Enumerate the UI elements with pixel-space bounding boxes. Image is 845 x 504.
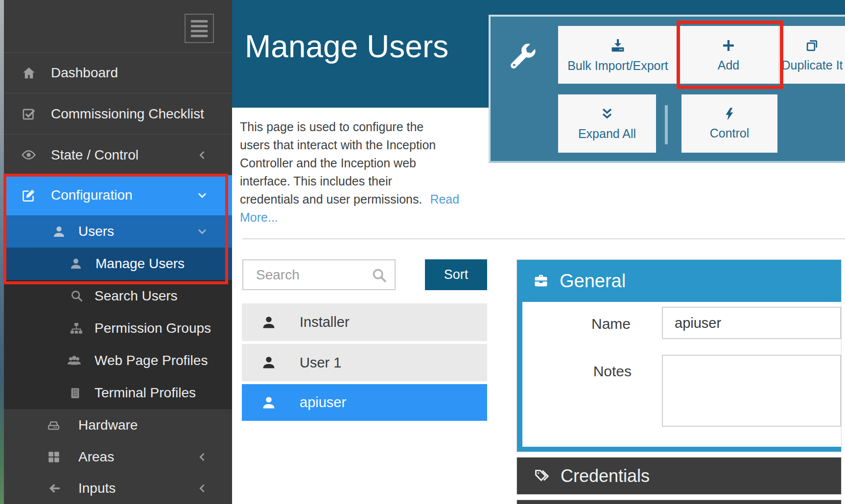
add-button[interactable]: Add <box>678 26 778 84</box>
user-list-item-apiuser[interactable]: apiuser <box>242 384 487 421</box>
sidebar-item-label: Configuration <box>51 187 133 203</box>
sidebar-item-inputs[interactable]: Inputs <box>4 473 232 504</box>
edit-icon <box>21 188 36 203</box>
sidebar-item-search-users[interactable]: Search Users <box>4 280 232 312</box>
eye-icon <box>21 147 36 162</box>
chevron-down-icon <box>196 189 209 202</box>
user-name: Installer <box>300 314 350 330</box>
plus-icon <box>721 38 736 53</box>
sidebar-item-label: Inputs <box>78 481 116 496</box>
chevron-down-icon <box>196 225 209 238</box>
user-list-item-user-1[interactable]: User 1 <box>242 344 487 381</box>
user-icon <box>261 355 277 370</box>
sidebar-item-label: Terminal Profiles <box>94 385 196 401</box>
search-icon <box>70 289 84 303</box>
user-list-item-installer[interactable]: Installer <box>242 303 487 341</box>
chevron-left-icon <box>196 149 209 161</box>
check-square-icon <box>22 107 36 121</box>
panel-title: Credentials <box>561 466 650 486</box>
description-line: This page is used to configure the <box>240 118 494 136</box>
user-name: User 1 <box>300 355 341 371</box>
content-divider <box>242 238 845 239</box>
sidebar-item-state-control[interactable]: State / Control <box>4 135 232 175</box>
sidebar-item-dashboard[interactable]: Dashboard <box>4 53 232 93</box>
double-chevron-down-icon <box>599 106 615 122</box>
sidebar-item-label: State / Control <box>51 147 139 163</box>
search-icon <box>371 267 388 284</box>
user-icon <box>261 315 277 330</box>
sidebar-item-commissioning-checklist[interactable]: Commissioning Checklist <box>4 93 232 134</box>
sidebar: Dashboard Commissioning Checklist State … <box>4 0 232 504</box>
description-line: interface. This includes their <box>240 172 494 190</box>
sidebar-item-configuration[interactable]: Configuration <box>4 175 232 215</box>
button-label: Expand All <box>578 127 636 141</box>
button-label: Control <box>710 126 750 140</box>
notes-field-label: Notes <box>534 363 632 380</box>
app-screen: Dashboard Commissioning Checklist State … <box>0 0 845 504</box>
copy-icon <box>804 38 820 53</box>
page-title: Manage Users <box>245 28 448 65</box>
sort-button[interactable]: Sort <box>425 259 487 290</box>
control-button[interactable]: Control <box>681 94 777 153</box>
expand-all-button[interactable]: Expand All <box>558 94 656 153</box>
sidebar-item-label: Web Page Profiles <box>94 353 208 368</box>
sitemap-icon <box>70 321 83 335</box>
description-text: credentials and user permissions. <box>240 192 422 206</box>
hamburger-menu-button[interactable] <box>185 14 214 43</box>
tags-icon <box>534 468 550 484</box>
user-icon <box>52 225 66 239</box>
bulk-import-export-button[interactable]: Bulk Import/Export <box>558 26 678 84</box>
grid-icon <box>47 450 61 464</box>
user-name: apiuser <box>300 394 346 411</box>
sidebar-item-terminal-profiles[interactable]: Terminal Profiles <box>4 377 232 409</box>
briefcase-icon <box>533 273 549 289</box>
description-line: Controller and the Inception web <box>240 154 494 172</box>
hdd-icon <box>47 418 60 432</box>
sidebar-item-label: Dashboard <box>51 65 118 81</box>
background-image-strip <box>0 0 4 504</box>
duplicate-button[interactable]: Duplicate It <box>778 26 845 84</box>
toolbar-divider <box>665 105 668 144</box>
page-description: This page is used to configure the users… <box>240 118 494 227</box>
description-line: users that interact with the Inception <box>240 136 494 154</box>
chevron-left-icon <box>196 482 209 495</box>
sidebar-item-permission-groups[interactable]: Permission Groups <box>4 312 232 344</box>
next-panel-header-partial <box>517 500 841 504</box>
sidebar-item-label: Search Users <box>94 288 178 304</box>
description-line: credentials and user permissions.Read Mo… <box>240 190 494 227</box>
wrench-icon <box>509 42 538 70</box>
panel-title: General <box>560 271 626 292</box>
user-icon <box>261 395 277 411</box>
sidebar-item-label: Users <box>78 224 114 239</box>
chevron-left-icon <box>196 451 209 463</box>
arrow-left-icon <box>48 481 62 495</box>
sidebar-item-manage-users[interactable]: Manage Users <box>4 248 232 280</box>
sidebar-item-label: Manage Users <box>95 256 185 272</box>
bolt-icon <box>722 107 737 121</box>
search-box <box>242 259 396 290</box>
sidebar-item-label: Hardware <box>78 417 138 433</box>
download-icon <box>610 37 626 54</box>
users-icon <box>67 353 82 368</box>
notes-field[interactable] <box>662 355 841 427</box>
button-label: Duplicate It <box>781 58 843 72</box>
terminal-icon <box>69 387 82 400</box>
user-icon <box>69 257 83 271</box>
sidebar-item-hardware[interactable]: Hardware <box>4 409 232 441</box>
name-field[interactable] <box>662 307 841 339</box>
home-icon <box>22 66 36 80</box>
name-field-label: Name <box>533 316 631 332</box>
credentials-panel-header[interactable]: Credentials <box>517 458 841 494</box>
sidebar-item-web-page-profiles[interactable]: Web Page Profiles <box>4 344 232 377</box>
button-label: Add <box>718 58 739 72</box>
button-label: Bulk Import/Export <box>567 59 668 73</box>
hamburger-icon <box>191 20 208 23</box>
sidebar-item-areas[interactable]: Areas <box>4 441 232 473</box>
sidebar-item-users[interactable]: Users <box>4 215 232 248</box>
sidebar-item-label: Areas <box>78 449 114 465</box>
toolbar-row-1: Bulk Import/Export Add Duplicate It <box>558 26 845 84</box>
sidebar-item-label: Permission Groups <box>94 321 211 336</box>
sidebar-item-label: Commissioning Checklist <box>51 106 204 122</box>
general-panel-header[interactable]: General <box>517 260 841 302</box>
